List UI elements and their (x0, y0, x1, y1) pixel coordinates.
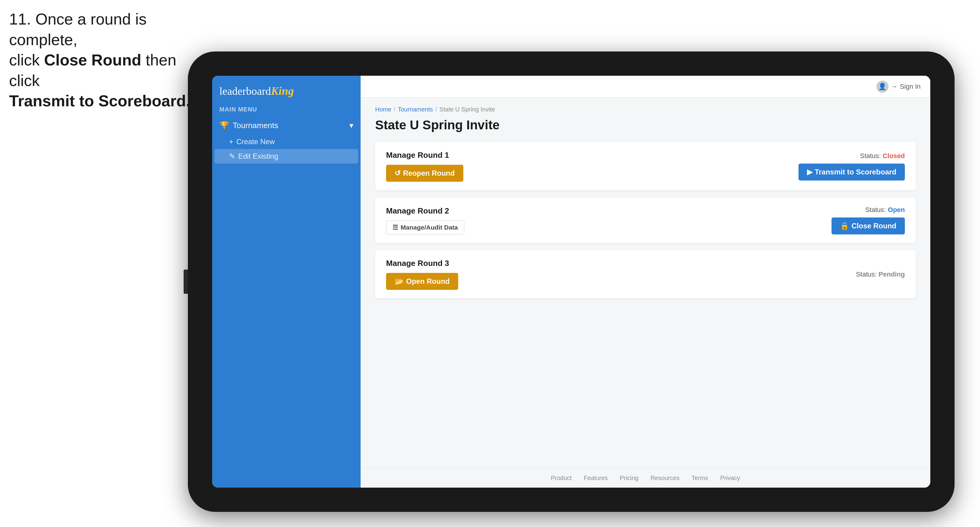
footer: Product Features Pricing Resources Terms… (361, 468, 930, 487)
open-round-button[interactable]: 📂 Open Round (386, 273, 458, 290)
logo-leaderboard: leaderboard (220, 85, 271, 97)
close-round-label: Close Round (851, 222, 896, 230)
lock-icon: 🔒 (840, 222, 849, 230)
edit-icon: ✎ (229, 152, 235, 160)
breadcrumb-sep1: / (394, 106, 395, 113)
round3-status-value: Pending (878, 270, 905, 278)
plus-icon: + (229, 138, 233, 146)
footer-terms[interactable]: Terms (692, 475, 708, 482)
footer-resources[interactable]: Resources (651, 475, 680, 482)
instruction-bold2: Transmit to Scoreboard. (9, 92, 190, 110)
round3-status: Status: Pending (856, 270, 905, 278)
open-round-label: Open Round (406, 277, 450, 286)
trophy-icon: 🏆 (220, 121, 229, 130)
open-icon: 📂 (395, 277, 404, 286)
top-bar: 👤 → Sign In (361, 76, 930, 97)
reopen-round-button[interactable]: ↺ Reopen Round (386, 165, 463, 182)
round-card-1: Manage Round 1 ↺ Reopen Round Status: Cl… (375, 142, 916, 190)
breadcrumb-current: State U Spring Invite (439, 106, 495, 113)
round2-status: Status: Open (865, 206, 905, 214)
footer-pricing[interactable]: Pricing (620, 475, 638, 482)
main-content: 👤 → Sign In Home / Tournaments / State U (361, 76, 930, 487)
breadcrumb: Home / Tournaments / State U Spring Invi… (375, 106, 916, 113)
footer-privacy[interactable]: Privacy (720, 475, 740, 482)
tablet-side-button (184, 270, 188, 294)
tournaments-label: Tournaments (233, 121, 278, 130)
footer-product[interactable]: Product (551, 475, 572, 482)
sidebar-sub-item-edit-existing[interactable]: ✎ Edit Existing (215, 149, 358, 163)
breadcrumb-home[interactable]: Home (375, 106, 391, 113)
round1-status-value: Closed (883, 152, 905, 160)
instruction-bold1: Close Round (44, 51, 142, 69)
close-round-button[interactable]: 🔒 Close Round (832, 217, 905, 235)
sidebar-sub-item-create-new[interactable]: + Create New (212, 135, 361, 149)
edit-existing-label: Edit Existing (238, 152, 278, 160)
round-card-3: Manage Round 3 📂 Open Round Status: Pend… (375, 250, 916, 298)
page-title: State U Spring Invite (375, 118, 916, 132)
round1-status: Status: Closed (860, 152, 905, 160)
manage-icon: ☰ (393, 224, 398, 231)
breadcrumb-sep2: / (436, 106, 437, 113)
breadcrumb-tournaments[interactable]: Tournaments (398, 106, 433, 113)
logo-king: King (271, 84, 294, 97)
round2-label: Manage Round 2 (386, 206, 464, 216)
footer-features[interactable]: Features (584, 475, 608, 482)
transmit-label: Transmit to Scoreboard (815, 168, 896, 176)
reopen-icon: ↺ (395, 169, 401, 178)
user-icon: 👤 (878, 83, 886, 90)
round1-label: Manage Round 1 (386, 151, 463, 160)
app-layout: leaderboardKing MAIN MENU 🏆 Tournaments … (212, 76, 930, 487)
sign-in-label: → (891, 83, 897, 90)
sign-in-text: Sign In (900, 83, 921, 90)
sidebar: leaderboardKing MAIN MENU 🏆 Tournaments … (212, 76, 361, 487)
round2-status-value: Open (888, 206, 905, 214)
sign-in-button[interactable]: 👤 → Sign In (877, 81, 921, 93)
sidebar-logo: leaderboardKing (212, 76, 361, 103)
manage-audit-data-button[interactable]: ☰ Manage/Audit Data (386, 221, 464, 235)
page-body: Home / Tournaments / State U Spring Invi… (361, 97, 930, 468)
reopen-round-label: Reopen Round (403, 169, 455, 178)
manage-audit-label: Manage/Audit Data (401, 224, 458, 231)
tablet-device: leaderboardKing MAIN MENU 🏆 Tournaments … (188, 51, 955, 512)
instruction-block: 11. Once a round is complete, click Clos… (9, 9, 203, 111)
transmit-to-scoreboard-button[interactable]: ▶ Transmit to Scoreboard (799, 163, 905, 181)
chevron-down-icon: ▾ (349, 121, 353, 130)
create-new-label: Create New (236, 138, 275, 146)
instruction-line1: 11. Once a round is complete, click Clos… (9, 10, 190, 110)
round3-label: Manage Round 3 (386, 259, 458, 268)
avatar: 👤 (877, 81, 888, 93)
sidebar-item-tournaments[interactable]: 🏆 Tournaments ▾ (212, 117, 361, 135)
logo: leaderboardKing (220, 84, 353, 97)
transmit-icon: ▶ (807, 168, 813, 176)
tablet-screen: leaderboardKing MAIN MENU 🏆 Tournaments … (212, 76, 930, 487)
main-menu-label: MAIN MENU (212, 103, 361, 117)
round-card-2: Manage Round 2 ☰ Manage/Audit Data Statu… (375, 197, 916, 243)
